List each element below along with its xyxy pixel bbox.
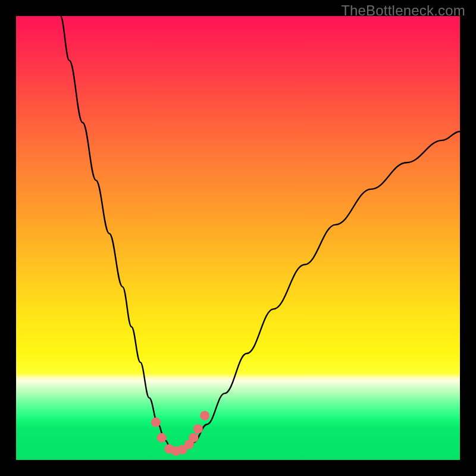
curve-marker (151, 418, 161, 427)
chart-svg (16, 16, 460, 460)
curve-marker (157, 433, 167, 443)
curve-marker (200, 411, 209, 420)
bottleneck-curve (61, 16, 460, 451)
curve-marker (193, 424, 203, 434)
watermark-text: TheBottleneck.com (341, 2, 465, 19)
curve-marker (189, 433, 198, 443)
chart-frame: TheBottleneck.com (0, 0, 476, 476)
